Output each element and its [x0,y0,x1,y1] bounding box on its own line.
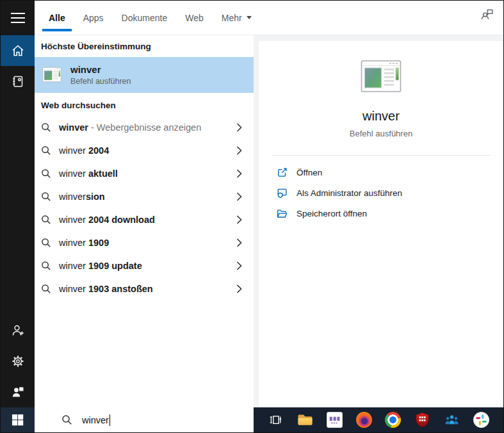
sidebar-item-settings[interactable] [1,346,35,377]
suggestion-lead: winver [59,215,88,225]
suggestion-muted: - Webergebnisse anzeigen [88,122,201,133]
start-button[interactable] [1,407,35,432]
web-suggestion-row[interactable]: winver 1903 anstoßen [35,277,254,300]
search-icon [41,122,51,133]
action-open-file-location[interactable]: Speicherort öffnen [276,203,503,224]
search-input-value: winver [82,415,109,425]
chevron-right-icon [236,284,242,293]
search-icon [41,192,51,202]
shield-app-button[interactable] [412,407,434,432]
result-title: winver [70,64,131,75]
search-icon [41,215,51,225]
suggestion-strong: 1909 update [88,261,142,271]
action-open[interactable]: Öffnen [276,162,503,183]
web-suggestion-row[interactable]: winver 1909 [35,231,254,254]
web-search-section: Web durchsuchen winver - Webergebnisse a… [35,94,254,300]
tab-alle-label: Alle [49,13,65,23]
open-icon [276,167,288,179]
admin-shield-icon [276,187,288,199]
people-app-icon [444,413,460,427]
sidebar-item-journal[interactable] [1,66,35,97]
notebook-icon [10,74,26,89]
search-icon [41,238,51,248]
tab-apps-label: Apps [83,13,104,23]
detail-region: winver Befehl ausführen Öffnen Als A [254,35,503,407]
detail-card: winver Befehl ausführen Öffnen Als A [259,41,503,407]
sidebar-item-add-account[interactable] [1,315,35,346]
suggestion-strong: sion [86,192,105,202]
insert-suggestion-button[interactable] [236,215,242,224]
windows-search-flyout: Alle Apps Dokumente Web Mehr [0,0,504,433]
firefox-button[interactable] [353,407,375,432]
settings-gear-icon [10,354,26,369]
hamburger-menu-button[interactable] [1,1,35,35]
pixel-blocks-app-button[interactable] [323,407,345,432]
taskbar-search-input[interactable]: winver [35,407,254,432]
web-suggestion-row[interactable]: winver 2004 [35,139,254,162]
tab-mehr[interactable]: Mehr [222,1,252,35]
task-view-button[interactable] [265,407,287,432]
tab-dokumente[interactable]: Dokumente [122,1,168,35]
action-label: Als Administrator ausführen [297,188,402,198]
left-rail [1,1,35,432]
web-suggestion-row[interactable]: winver 1909 update [35,254,254,277]
people-app-button[interactable] [441,407,462,432]
best-match-text: winver Befehl ausführen [70,64,131,86]
file-explorer-button[interactable] [295,407,316,432]
suggestion-text: winver 1909 update [59,261,142,271]
web-section-heading: Web durchsuchen [35,94,254,116]
search-icon [41,168,51,179]
suggestion-lead: winver [59,145,88,156]
text-caret [110,414,110,426]
suggestion-text: winver 1903 anstoßen [59,284,153,294]
action-run-as-admin[interactable]: Als Administrator ausführen [276,183,503,203]
result-subtitle: Befehl ausführen [70,77,131,86]
tab-web-label: Web [185,13,204,23]
slack-button[interactable] [470,407,492,432]
sidebar-item-feedback[interactable] [1,377,35,407]
search-icon [61,414,72,425]
insert-suggestion-button[interactable] [236,169,242,178]
suggestion-text: winver 1909 [59,238,109,248]
suggestion-lead: winver [59,192,86,202]
suggestion-strong: 2004 download [88,215,155,225]
suggestion-strong: aktuell [88,168,118,179]
insert-suggestion-button[interactable] [236,284,242,293]
firefox-icon [356,412,372,428]
tab-web[interactable]: Web [185,1,204,35]
insert-suggestion-button[interactable] [236,261,242,270]
suggestion-strong: 1909 [88,238,109,248]
chrome-button[interactable] [382,407,404,432]
chrome-icon [385,412,401,428]
file-explorer-icon [297,413,313,427]
suggestion-text: winversion [59,192,105,202]
web-suggestion-row[interactable]: winver 2004 download [35,208,254,231]
chevron-right-icon [236,123,242,132]
tab-alle[interactable]: Alle [49,1,65,35]
insert-suggestion-button[interactable] [236,238,242,247]
suggestion-strong: 1903 anstoßen [88,284,153,294]
feedback-button[interactable] [480,8,495,23]
web-suggestion-row[interactable]: winver aktuell [35,162,254,185]
action-label: Speicherort öffnen [297,209,367,218]
suggestion-strong: winver [59,122,88,133]
web-suggestion-row[interactable]: winversion [35,185,254,208]
suggestion-text: winver aktuell [59,168,118,179]
insert-suggestion-button[interactable] [236,146,242,155]
insert-suggestion-button[interactable] [236,192,242,201]
sidebar-item-home[interactable] [1,35,35,66]
detail-title: winver [362,109,400,124]
add-user-icon [10,323,26,338]
tab-apps[interactable]: Apps [83,1,104,35]
hamburger-menu-icon [10,12,26,24]
feedback-person-icon [10,384,26,400]
web-suggestion-row[interactable]: winver - Webergebnisse anzeigen [35,116,254,139]
suggestion-text: winver 2004 [59,145,109,156]
best-match-result[interactable]: winver Befehl ausführen [35,57,254,93]
action-list: Öffnen Als Administrator ausführen Speic… [259,156,503,224]
insert-suggestion-button[interactable] [236,123,242,132]
task-view-icon [268,413,283,427]
suggestion-lead: winver [59,238,88,248]
suggestion-lead: winver [59,168,88,179]
best-match-heading: Höchste Übereinstimmung [35,35,254,57]
